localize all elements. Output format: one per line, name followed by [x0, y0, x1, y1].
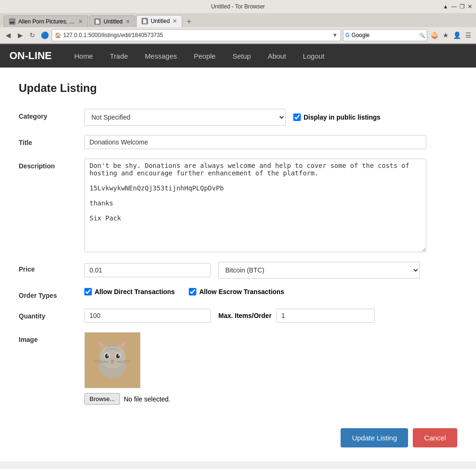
back-button[interactable]: ◀	[3, 30, 13, 40]
tab-0-close[interactable]: ✕	[78, 18, 83, 25]
page-title: Update Listing	[19, 82, 457, 95]
nav-people[interactable]: People	[185, 44, 224, 68]
form-row-price: Price Bitcoin (BTC)	[19, 262, 457, 279]
form-row-category: Category Not Specified Display in public…	[19, 109, 457, 126]
image-section: Browse... No file selected.	[84, 332, 171, 405]
allow-escrow-checkbox[interactable]	[189, 288, 196, 295]
cancel-button[interactable]: Cancel	[413, 428, 457, 447]
nav-about[interactable]: About	[259, 44, 294, 68]
url-bar[interactable]: 🏠 127.0.0.1:5000/listings/edit/184057373…	[52, 29, 341, 41]
forward-button[interactable]: ▶	[15, 30, 25, 40]
nav-messages[interactable]: Messages	[136, 44, 185, 68]
quantity-field: Max. Items/Order	[84, 309, 457, 323]
svg-point-13	[111, 360, 114, 363]
url-text[interactable]: 127.0.0.1:5000/listings/edit/1840573735	[63, 32, 330, 38]
nav-bar: ◀ ▶ ↻ 🔵 🏠 127.0.0.1:5000/listings/edit/1…	[0, 27, 476, 44]
app-nav: ON-LINE Home Trade Messages People Setup…	[0, 44, 476, 68]
price-input[interactable]	[84, 263, 211, 277]
google-icon: G	[345, 32, 350, 38]
max-items-label: Max. Items/Order	[218, 312, 272, 319]
app-nav-links: Home Trade Messages People Setup About L…	[66, 44, 333, 68]
allow-direct-text: Allow Direct Transactions	[95, 288, 175, 295]
category-select[interactable]: Not Specified	[84, 109, 286, 126]
nav-trade[interactable]: Trade	[101, 44, 136, 68]
window-controls[interactable]: ▲ — ❐ ✕	[443, 3, 472, 10]
minimize-icon[interactable]: ▲	[443, 3, 448, 10]
svg-point-9	[105, 354, 109, 358]
tab-2-label: Untitled	[151, 18, 170, 24]
display-public-group: Display in public listings	[293, 113, 380, 121]
search-input[interactable]: Google	[351, 32, 417, 38]
form-actions: Update Listing Cancel	[19, 419, 457, 447]
nav-icons: 🧅 ★ 👤 ☰	[429, 30, 473, 40]
nav-home[interactable]: Home	[66, 44, 101, 68]
tab-0[interactable]: 📷 Alien Porn Pictures, I... ✕	[4, 15, 88, 27]
restore-icon[interactable]: ❐	[460, 3, 465, 10]
browse-button[interactable]: Browse...	[84, 393, 120, 405]
title-bar: Untitled - Tor Browser ▲ — ❐ ✕	[0, 0, 476, 13]
form-row-image: Image	[19, 332, 457, 405]
tab-0-favicon: 📷	[9, 18, 15, 25]
display-public-label[interactable]: Display in public listings	[304, 113, 380, 121]
refresh-button[interactable]: ↻	[27, 30, 37, 40]
search-bar[interactable]: G Google 🔍	[343, 29, 427, 41]
allow-direct-label[interactable]: Allow Direct Transactions	[84, 288, 175, 295]
title-label: Title	[19, 135, 84, 146]
new-tab-button[interactable]: +	[183, 16, 194, 27]
form-row-order-types: Order Types Allow Direct Transactions Al…	[19, 288, 457, 299]
nav-logout[interactable]: Logout	[295, 44, 333, 68]
quantity-input[interactable]	[84, 309, 211, 323]
display-public-checkbox[interactable]	[293, 113, 301, 121]
app-logo: ON-LINE	[9, 50, 52, 62]
description-field: Don't be shy. Donations are always welco…	[84, 159, 457, 252]
image-preview	[84, 332, 141, 388]
form-row-title: Title	[19, 135, 457, 149]
description-label: Description	[19, 159, 84, 170]
price-field: Bitcoin (BTC)	[84, 262, 457, 279]
image-label: Image	[19, 332, 84, 343]
svg-point-11	[107, 355, 109, 356]
form-row-description: Description Don't be shy. Donations are …	[19, 159, 457, 252]
tab-2-favicon: 📄	[141, 18, 148, 24]
category-label: Category	[19, 109, 84, 120]
tab-bar: 📷 Alien Porn Pictures, I... ✕ 📄 Untitled…	[0, 13, 476, 27]
svg-point-10	[116, 354, 120, 358]
title-field	[84, 135, 457, 149]
tab-1-label: Untitled	[104, 18, 123, 25]
page-content: Update Listing Category Not Specified Di…	[0, 68, 476, 461]
svg-point-2	[99, 345, 125, 369]
update-listing-button[interactable]: Update Listing	[341, 428, 408, 447]
torbutton-icon[interactable]: 🧅	[429, 30, 439, 40]
image-field: Browse... No file selected.	[84, 332, 457, 405]
tab-1[interactable]: 📄 Untitled ✕	[89, 15, 135, 27]
security-icon: 🔵	[39, 30, 50, 40]
nav-setup[interactable]: Setup	[224, 44, 259, 68]
identity-icon[interactable]: 👤	[452, 30, 462, 40]
lock-icon: 🏠	[55, 32, 61, 38]
close-icon[interactable]: ✕	[468, 3, 472, 10]
max-items-input[interactable]	[276, 309, 375, 323]
bookmark-icon[interactable]: ★	[440, 30, 451, 40]
price-label: Price	[19, 262, 84, 273]
tab-1-favicon: 📄	[94, 18, 101, 25]
svg-point-12	[118, 355, 119, 356]
search-dropdown-icon[interactable]: 🔍	[419, 33, 425, 38]
menu-icon[interactable]: ☰	[463, 30, 473, 40]
order-types-label: Order Types	[19, 288, 84, 299]
form-row-quantity: Quantity Max. Items/Order	[19, 309, 457, 323]
allow-direct-checkbox[interactable]	[84, 288, 92, 295]
description-textarea[interactable]: Don't be shy. Donations are always welco…	[84, 159, 426, 252]
tab-2[interactable]: 📄 Untitled ✕	[136, 15, 183, 27]
allow-escrow-text: Allow Escrow Transactions	[199, 288, 284, 295]
title-input[interactable]	[84, 135, 426, 149]
currency-select[interactable]: Bitcoin (BTC)	[218, 262, 420, 279]
url-reload-icon[interactable]: ▼	[332, 32, 338, 38]
no-file-label: No file selected.	[124, 395, 171, 403]
allow-escrow-label[interactable]: Allow Escrow Transactions	[189, 288, 284, 295]
max-items-group: Max. Items/Order	[218, 309, 375, 323]
tab-1-close[interactable]: ✕	[126, 18, 130, 25]
tab-2-close[interactable]: ✕	[172, 18, 177, 24]
maximize-icon[interactable]: —	[451, 3, 457, 10]
order-types-field: Allow Direct Transactions Allow Escrow T…	[84, 288, 457, 295]
category-field: Not Specified Display in public listings	[84, 109, 457, 126]
